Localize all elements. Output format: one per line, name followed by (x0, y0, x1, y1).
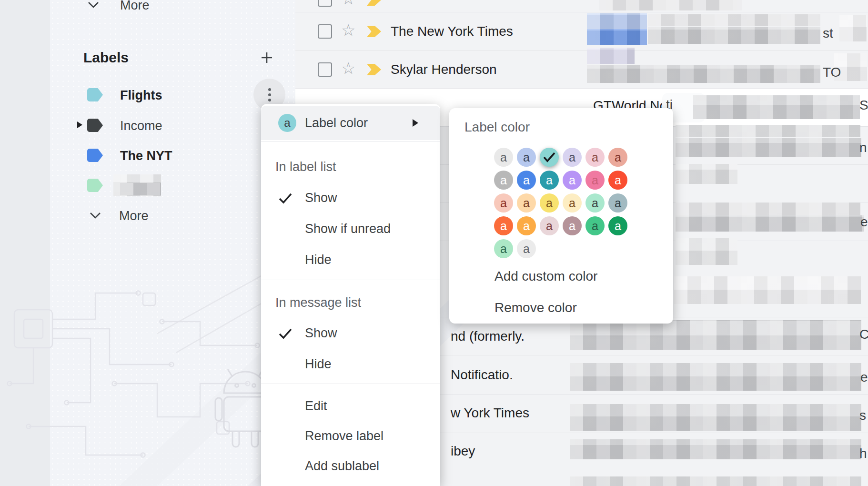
redacted-text (587, 13, 647, 29)
menu-item-label-color[interactable]: a Label color (261, 106, 440, 140)
submenu-arrow-icon (413, 119, 418, 127)
color-swatch[interactable]: a (494, 193, 513, 213)
redacted-text (676, 215, 864, 232)
color-swatch[interactable]: a (517, 216, 536, 235)
redacted-text (839, 15, 867, 41)
color-swatch[interactable]: a (517, 239, 536, 258)
redacted-text (648, 14, 820, 26)
gmail-sidebar (50, 0, 295, 486)
color-swatch[interactable]: a (540, 193, 559, 213)
redacted-text (587, 29, 647, 45)
star-icon[interactable]: ☆ (341, 0, 355, 7)
redacted-text (648, 27, 820, 44)
color-swatch[interactable]: a (585, 216, 605, 235)
redacted-text (676, 202, 860, 215)
expand-arrow-icon[interactable] (77, 122, 82, 128)
redacted-text (120, 183, 161, 195)
partial-email-sender[interactable]: w York Times (451, 405, 529, 421)
row-divider (295, 50, 868, 51)
redacted-text (570, 439, 861, 459)
color-swatch[interactable]: a (563, 216, 582, 235)
color-swatch[interactable]: a (494, 216, 513, 235)
color-swatch[interactable]: a (563, 193, 582, 213)
redacted-text (674, 276, 861, 304)
selected-check-icon (543, 152, 555, 162)
row-divider (295, 88, 868, 89)
color-swatch[interactable]: a (540, 171, 559, 190)
window-left-edge (0, 0, 50, 486)
label-color-submenu: Label color aaaaaaaaaaaaaaaaaaaaaaaaa Ad… (449, 108, 673, 324)
color-swatch[interactable]: a (585, 171, 605, 190)
redacted-text (570, 476, 861, 486)
color-swatch[interactable]: a (517, 148, 536, 167)
menu-item-hide-message-list[interactable]: Hide (305, 357, 332, 372)
partial-email-sender[interactable]: nd (formerly. (451, 329, 525, 344)
menu-item-show-message-list[interactable]: Show (305, 326, 337, 341)
chevron-down-icon[interactable] (87, 1, 100, 10)
menu-item-show-if-unread[interactable]: Show if unread (305, 222, 391, 236)
email-checkbox[interactable] (318, 62, 332, 77)
redacted-text (587, 48, 635, 64)
star-icon[interactable]: ☆ (341, 60, 355, 76)
redacted-text (676, 238, 737, 265)
sidebar-label-income[interactable]: Income (120, 119, 162, 133)
section-header-in-label-list: In label list (275, 160, 336, 174)
redacted-text (587, 65, 820, 83)
color-swatch[interactable] (540, 148, 559, 167)
color-swatch[interactable]: a (563, 171, 582, 190)
color-swatch[interactable]: a (517, 193, 536, 213)
chevron-down-icon[interactable] (89, 212, 102, 221)
clipped-text-fragment: h (859, 446, 867, 461)
color-swatch[interactable]: a (585, 148, 605, 167)
menu-item-hide-label-list[interactable]: Hide (305, 253, 332, 267)
color-swatch[interactable]: a (608, 148, 627, 167)
redacted-text (570, 404, 861, 431)
menu-item-add-sublabel[interactable]: Add sublabel (305, 459, 379, 474)
labels-heading: Labels (83, 50, 129, 66)
sidebar-label-flights[interactable]: Flights (120, 88, 162, 103)
color-swatch[interactable]: a (608, 193, 627, 213)
color-swatch[interactable]: a (494, 171, 513, 190)
sidebar-item-more-top[interactable]: More (120, 0, 150, 13)
clipped-text-fragment: C (859, 327, 868, 342)
clipped-text-fragment: e (860, 370, 868, 385)
redacted-text (676, 164, 737, 184)
partial-email-sender[interactable]: ibey (451, 444, 475, 459)
clipped-text-fragment: TO (823, 65, 841, 80)
color-swatch[interactable]: a (494, 239, 513, 258)
menu-item-edit[interactable]: Edit (305, 399, 327, 414)
menu-item-show-label-list[interactable]: Show (305, 191, 337, 205)
color-swatch[interactable]: a (608, 216, 627, 235)
clipped-text-fragment: e (860, 214, 868, 230)
star-icon[interactable]: ☆ (341, 22, 355, 38)
section-header-in-message-list: In message list (275, 295, 361, 310)
redacted-text (599, 0, 742, 10)
color-swatch[interactable]: a (563, 148, 582, 167)
color-swatch[interactable]: a (540, 216, 559, 235)
color-swatch[interactable]: a (585, 193, 605, 213)
partial-email-sender[interactable]: Notificatio. (451, 367, 513, 383)
color-swatch[interactable]: a (494, 148, 513, 167)
menu-item-remove-color[interactable]: Remove color (495, 300, 577, 315)
menu-item-add-custom-color[interactable]: Add custom color (495, 269, 597, 284)
sidebar-item-more-bottom[interactable]: More (119, 209, 149, 223)
email-sender[interactable]: Skylar Henderson (391, 62, 497, 77)
email-sender[interactable]: The New York Times (391, 24, 513, 39)
clipped-text-fragment: s (859, 408, 866, 423)
sidebar-label-nyt[interactable]: The NYT (120, 149, 172, 163)
label-context-menu: a Label color In label list Show Show if… (261, 104, 440, 486)
redacted-text (570, 320, 861, 350)
redacted-text (570, 363, 861, 391)
redacted-text (693, 95, 860, 119)
clipped-text-fragment: S (859, 98, 868, 113)
color-swatch[interactable]: a (608, 171, 627, 190)
email-checkbox[interactable] (318, 24, 332, 39)
create-label-button[interactable] (260, 51, 273, 66)
clipped-text-fragment: n (859, 140, 867, 155)
redacted-text (676, 125, 860, 137)
label-color-swatch-icon: a (278, 114, 296, 132)
menu-item-remove-label[interactable]: Remove label (305, 429, 384, 444)
color-swatch[interactable]: a (517, 171, 536, 190)
check-icon (278, 328, 293, 341)
email-checkbox[interactable] (318, 0, 332, 7)
